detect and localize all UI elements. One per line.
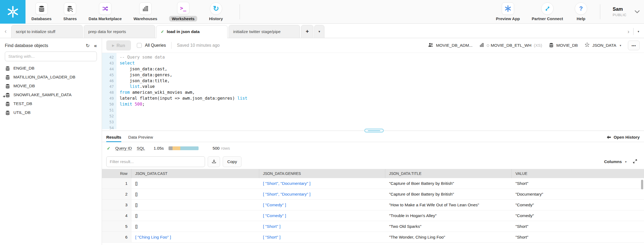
chevron-down-icon[interactable]	[635, 10, 640, 13]
filter-result-input[interactable]	[106, 156, 205, 167]
download-button[interactable]	[208, 156, 220, 167]
open-history-button[interactable]: Open History	[606, 132, 640, 142]
warehouse-selector[interactable]: MOVIE_DB_ETL_WH (XS)	[479, 42, 542, 49]
snowflake-logo[interactable]	[0, 0, 25, 24]
results-tab-results[interactable]: Results	[106, 132, 121, 142]
nav-item-worksheets[interactable]: >_Worksheets	[163, 0, 203, 23]
cast-cell[interactable]: []	[131, 200, 259, 210]
nav-item-history[interactable]: ↻History	[203, 0, 229, 23]
cast-cell[interactable]: []	[131, 189, 259, 199]
tab-scroll-left-icon[interactable]: ‹	[0, 25, 11, 38]
user-menu[interactable]: Sam PUBLIC	[613, 6, 627, 17]
table-row[interactable]: 3[][ "Comedy" ]"How to Make a Fat Wife O…	[102, 200, 644, 210]
column-header-row[interactable]: Row	[102, 169, 131, 178]
columns-dropdown[interactable]: Columns ▾	[604, 159, 627, 164]
value-cell[interactable]: "Short"	[512, 232, 644, 242]
tab-list-caret-icon[interactable]: ▾	[638, 30, 639, 33]
all-queries-checkbox[interactable]	[137, 43, 142, 48]
table-row[interactable]: 5[][ "Short" ]"Two Old Sparks""Short"	[102, 221, 644, 232]
nav-item-shares[interactable]: Shares	[57, 0, 83, 23]
nav-item-partner-connect[interactable]: Partner Connect	[526, 0, 569, 23]
tab-scroll-right-icon[interactable]: ›	[627, 28, 629, 35]
query-status-row: ✓ Query ID SQL 1.05s 500 rows	[102, 142, 644, 154]
refresh-icon[interactable]: ↻	[86, 43, 90, 48]
database-item[interactable]: UTIL_DB	[5, 110, 97, 115]
title-cell[interactable]: "Trouble in Hogan's Alley"	[385, 210, 512, 221]
all-queries-label[interactable]: All Queries	[145, 43, 166, 48]
code-token: list	[237, 96, 247, 101]
value-cell[interactable]: "Comedy"	[512, 210, 644, 221]
nav-item-databases[interactable]: Databases	[25, 0, 57, 23]
sql-link[interactable]: SQL	[137, 146, 145, 151]
code-token: -- Query some data	[120, 55, 165, 60]
resize-handle[interactable]	[364, 129, 384, 132]
title-cell[interactable]: "Capture of Boer Battery by British"	[385, 189, 512, 199]
cast-cell[interactable]: [ "Ching Ling Foo" ]	[131, 232, 259, 242]
nav-item-label: Help	[577, 16, 586, 21]
title-cell[interactable]: "Capture of Boer Battery by British"	[385, 178, 512, 189]
genres-cell[interactable]: [ "Comedy" ]	[259, 210, 385, 221]
add-tab-button[interactable]: +	[301, 25, 313, 38]
cast-cell[interactable]: []	[131, 178, 259, 189]
table-row[interactable]: 2[][ "Short", "Documentary" ]"Capture of…	[102, 189, 644, 200]
worksheet-tab-initialize-twitter-stage-pipe[interactable]: initialize twitter stage/pipe	[229, 25, 300, 38]
cast-cell[interactable]: []	[131, 221, 259, 232]
database-item[interactable]: MOVIE_DB	[5, 83, 97, 89]
value-cell[interactable]: "Short"	[512, 221, 644, 232]
expand-results-icon[interactable]	[632, 159, 638, 165]
collapse-sidebar-icon[interactable]: «	[94, 43, 97, 48]
value-cell[interactable]: "Comedy"	[512, 200, 644, 210]
column-header-json-data-genres[interactable]: JSON_DATA:GENRES	[259, 169, 385, 178]
database-search-input[interactable]	[5, 52, 97, 61]
nav-item-help[interactable]: ?Help	[569, 0, 593, 23]
genres-cell[interactable]: [ "Short", "Documentary" ]	[259, 189, 385, 199]
database-selector[interactable]: MOVIE_DB	[549, 42, 578, 49]
run-label: Run	[116, 43, 125, 48]
schema-selector[interactable]: JSON_DATA ▾	[584, 42, 621, 49]
warehouse-size: (XS)	[534, 43, 542, 48]
column-header-json-data-title[interactable]: JSON_DATA:TITLE	[385, 169, 512, 178]
nav-item-preview-app[interactable]: Preview App	[490, 0, 526, 23]
results-tab-data-preview[interactable]: Data Preview	[128, 132, 153, 142]
nav-item-warehouses[interactable]: Warehouses	[128, 0, 163, 23]
sql-editor[interactable]: 42434445464748495051525354 -- Query some…	[102, 53, 644, 129]
vertical-scrollbar[interactable]	[641, 180, 643, 189]
query-id-link[interactable]: Query ID	[115, 146, 132, 151]
line-number: 46	[102, 78, 114, 84]
title-cell[interactable]: "The Wonder, Ching Ling Foo"	[385, 232, 512, 242]
database-icon	[5, 101, 10, 106]
table-row[interactable]: 4[][ "Comedy" ]"Trouble in Hogan's Alley…	[102, 210, 644, 221]
title-cell[interactable]: "Two Old Sparks"	[385, 221, 512, 232]
run-button[interactable]: ▶ Run	[106, 40, 131, 51]
nav-item-data-marketplace[interactable]: Data Marketplace	[83, 0, 127, 23]
value-cell[interactable]: "Short"	[512, 178, 644, 189]
genres-cell[interactable]: [ "Short" ]	[259, 232, 385, 242]
column-header-json-data-cast[interactable]: JSON_DATA:CAST	[131, 169, 259, 178]
database-item[interactable]: SNOWFLAKE_SAMPLE_DATA	[5, 92, 97, 98]
genres-cell[interactable]: [ "Short", "Documentary" ]	[259, 178, 385, 189]
genres-cell[interactable]: [ "Short" ]	[259, 221, 385, 232]
cast-cell[interactable]: []	[131, 210, 259, 221]
worksheet-tab-prep-data-for-reports[interactable]: prep data for reports	[84, 25, 155, 38]
database-icon	[5, 83, 10, 89]
pane-divider	[102, 129, 644, 132]
database-item[interactable]: ENGIE_DB	[5, 66, 97, 71]
code-line: json_data:cast,	[120, 66, 644, 72]
worksheet-tab-load-in-json-data[interactable]: ✓load in json data	[156, 25, 228, 38]
code-line: -- Query some data	[120, 55, 644, 60]
column-header-value[interactable]: VALUE	[512, 169, 644, 178]
more-options-button[interactable]: •••	[628, 41, 640, 50]
value-cell[interactable]: "Documentary"	[512, 189, 644, 199]
genres-cell[interactable]: [ "Comedy" ]	[259, 200, 385, 210]
table-row[interactable]: 1[][ "Short", "Documentary" ]"Capture of…	[102, 178, 644, 189]
code-token: json_data:title,	[120, 78, 170, 83]
database-item[interactable]: TEST_DB	[5, 101, 97, 106]
copy-button[interactable]: Copy	[223, 156, 241, 167]
code-area[interactable]: -- Query some dataselect json_data:cast,…	[116, 53, 644, 129]
database-item[interactable]: MATILLION_DATA_LOADER_DB	[5, 74, 97, 80]
title-cell[interactable]: "How to Make a Fat Wife Out of Two Lean …	[385, 200, 512, 210]
table-row[interactable]: 6[ "Ching Ling Foo" ][ "Short" ]"The Won…	[102, 232, 644, 243]
role-selector[interactable]: MOVIE_DB_ADM...	[428, 42, 473, 49]
worksheet-tab-script-to-initialize-stuff[interactable]: script to initialize stuff	[11, 25, 83, 38]
tab-overflow-caret-icon[interactable]: ▾	[314, 25, 324, 38]
